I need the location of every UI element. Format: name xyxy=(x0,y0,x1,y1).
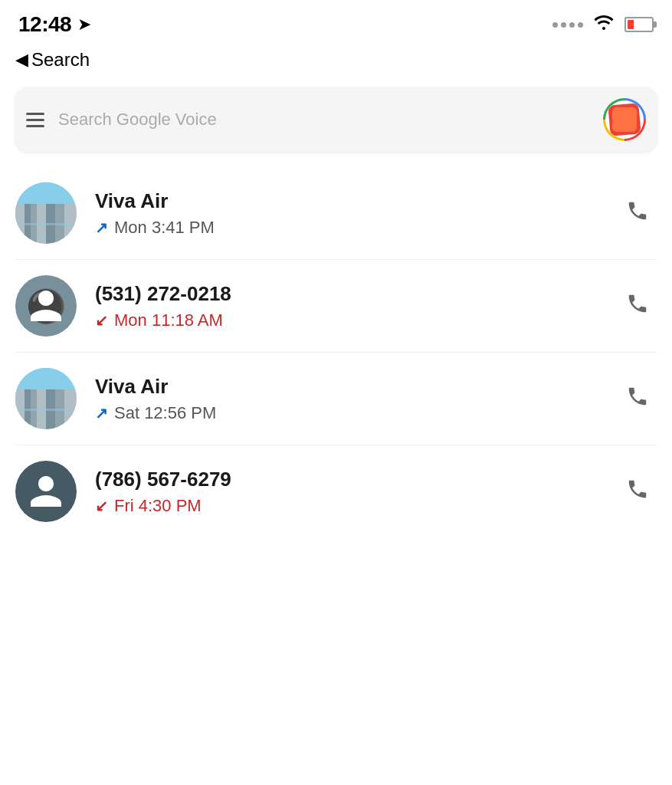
call-name: (531) 272-0218 xyxy=(95,282,618,306)
call-detail: ↙ Mon 11:18 AM xyxy=(95,310,618,330)
location-arrow-icon: ➤ xyxy=(77,15,91,34)
avatar xyxy=(15,461,77,522)
call-button[interactable] xyxy=(618,470,657,514)
call-item[interactable]: (786) 567-6279 ↙ Fri 4:30 PM xyxy=(15,445,657,537)
search-placeholder[interactable]: Search Google Voice xyxy=(58,110,603,130)
avatar: ⚫ xyxy=(15,275,77,337)
call-item[interactable]: Viva Air ↗ Mon 3:41 PM xyxy=(15,167,657,260)
call-info: Viva Air ↗ Sat 12:56 PM xyxy=(95,375,618,423)
call-detail: ↙ Fri 4:30 PM xyxy=(95,496,618,516)
avatar xyxy=(15,182,77,244)
back-arrow-icon: ◀ xyxy=(15,50,28,70)
missed-call-icon: ↙ xyxy=(95,497,108,515)
menu-icon[interactable] xyxy=(26,113,44,127)
status-right xyxy=(552,14,654,35)
call-info: (786) 567-6279 ↙ Fri 4:30 PM xyxy=(95,468,618,516)
signal-icon xyxy=(552,22,583,28)
back-nav[interactable]: ◀ Search xyxy=(0,46,672,80)
call-time: Fri 4:30 PM xyxy=(114,496,202,516)
google-voice-avatar[interactable] xyxy=(603,98,646,141)
call-time: Mon 3:41 PM xyxy=(114,218,215,238)
call-info: (531) 272-0218 ↙ Mon 11:18 AM xyxy=(95,282,618,330)
status-left: 12:48 ➤ xyxy=(18,12,91,37)
call-button[interactable] xyxy=(618,284,657,328)
status-time: 12:48 xyxy=(18,12,71,37)
call-name: (786) 567-6279 xyxy=(95,468,618,491)
call-button[interactable] xyxy=(618,377,657,421)
wifi-icon xyxy=(592,14,615,35)
search-bar[interactable]: Search Google Voice xyxy=(15,87,657,152)
call-item[interactable]: Viva Air ↗ Sat 12:56 PM xyxy=(15,353,657,445)
avatar xyxy=(15,368,77,429)
call-time: Mon 11:18 AM xyxy=(114,310,223,330)
call-name: Viva Air xyxy=(95,375,618,399)
search-bar-container: Search Google Voice xyxy=(0,80,672,167)
call-time: Sat 12:56 PM xyxy=(114,403,216,423)
call-detail: ↗ Sat 12:56 PM xyxy=(95,403,618,423)
status-bar: 12:48 ➤ xyxy=(0,0,672,46)
call-info: Viva Air ↗ Mon 3:41 PM xyxy=(95,189,618,238)
call-list: Viva Air ↗ Mon 3:41 PM ⚫ (531) 272-0218 … xyxy=(0,167,672,537)
call-item[interactable]: ⚫ (531) 272-0218 ↙ Mon 11:18 AM xyxy=(15,260,657,353)
call-button[interactable] xyxy=(618,192,657,235)
battery-icon xyxy=(624,17,654,32)
call-detail: ↗ Mon 3:41 PM xyxy=(95,218,618,238)
outgoing-call-icon: ↗ xyxy=(95,404,108,422)
missed-call-icon: ↙ xyxy=(95,311,108,330)
call-name: Viva Air xyxy=(95,189,618,213)
outgoing-call-icon: ↗ xyxy=(95,218,108,237)
back-label: Search xyxy=(31,49,90,71)
